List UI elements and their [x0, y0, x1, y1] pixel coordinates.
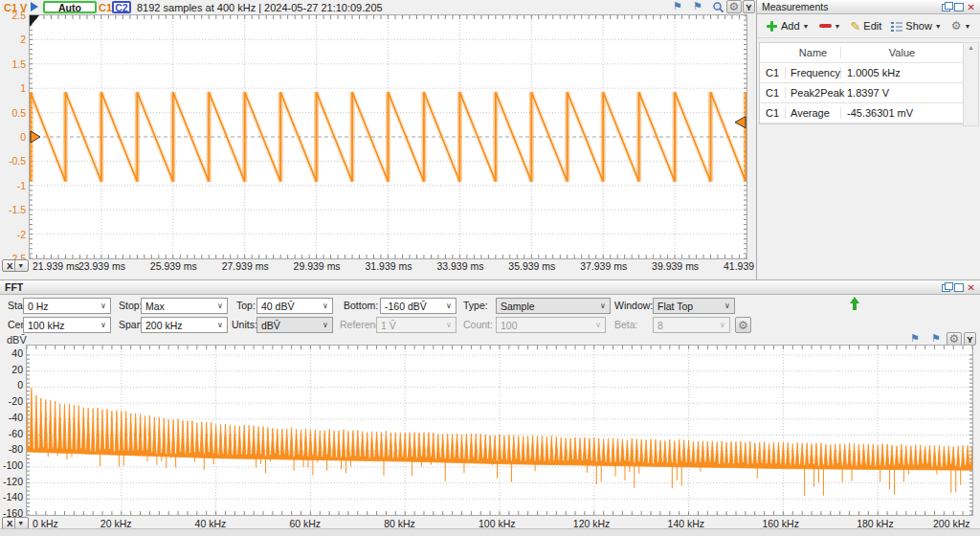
dropdown-caret-icon: ▼ — [935, 23, 942, 30]
measurements-header-row: NameValue — [760, 43, 963, 63]
measurement-row[interactable]: C1Average-45.36301 mV — [760, 103, 963, 123]
dropdown-value: Flat Top — [654, 301, 721, 312]
trigger-level-marker[interactable] — [31, 131, 40, 143]
pencil-icon: ✎ — [850, 21, 860, 32]
fft-y-tick-label: 20 — [0, 364, 23, 375]
chevron-down-icon: ∨ — [97, 302, 110, 310]
fft-y-tick-label: -100 — [0, 459, 23, 471]
channel2-toggle[interactable]: C2 — [112, 1, 131, 13]
fft-controls-row: Center:100 kHz∨Span:200 kHz∨Units:dBV̄∨R… — [0, 317, 980, 333]
fft-type-dropdown[interactable]: Sample∨ — [496, 298, 611, 314]
edit-measurement-button[interactable]: ✎Edit — [848, 18, 883, 34]
measurements-panel: Measurements ✕ Add▼ ▼ ✎Edit Show▼ ⚙▼ Nam… — [756, 0, 980, 279]
fft-y-tick-label: 40 — [0, 347, 23, 359]
scope-x-tick-label: 21.939 ms — [33, 260, 79, 272]
fft-top-dropdown[interactable]: 40 dBV̄∨ — [256, 298, 333, 314]
maximize-window-icon[interactable] — [954, 283, 964, 292]
collapse-arrow-icon[interactable] — [31, 2, 38, 11]
dropdown-caret-icon: ▼ — [835, 23, 841, 30]
fft-settings-gear-button[interactable]: ⚙ — [947, 332, 962, 346]
scope-x-tick-label: 35.939 ms — [508, 260, 555, 272]
dropdown-value: dBV̄ — [257, 320, 319, 331]
measurement-row[interactable]: C1Frequency1.0005 kHz — [760, 63, 963, 83]
fft-units-dropdown[interactable]: dBV̄∨ — [256, 317, 333, 333]
cursor-flag-icon[interactable]: ⚑ — [673, 1, 682, 11]
zoom-magnifier-icon[interactable] — [712, 1, 724, 13]
gear-icon: ⚙ — [951, 20, 962, 32]
dropdown-value: Sample — [497, 301, 596, 312]
scope-y-axis-button[interactable]: Y — [743, 0, 755, 13]
dropdown-value: -160 dBV̄ — [381, 301, 442, 312]
measurements-titlebar: Measurements ✕ — [757, 0, 980, 14]
fft-bottom-dropdown[interactable]: -160 dBV̄∨ — [380, 298, 457, 314]
fft-center-dropdown[interactable]: 100 kHz∨ — [23, 317, 111, 333]
chevron-down-icon: ∨ — [97, 321, 110, 329]
col-name-header[interactable]: Name — [786, 47, 841, 58]
close-window-icon[interactable]: ✕ — [968, 3, 975, 11]
close-window-icon[interactable]: ✕ — [968, 283, 975, 292]
measurement-value: 1.8397 V — [841, 87, 963, 99]
fft-plot[interactable] — [26, 345, 973, 516]
scope-plot[interactable] — [29, 14, 747, 259]
dropdown-value: 100 — [497, 320, 591, 331]
fft-window-dropdown[interactable]: Flat Top∨ — [653, 298, 735, 314]
scope-y-tick-label: -1.5 — [1, 204, 26, 215]
fft-y-axis-unit-label: dBV̄ — [7, 334, 27, 346]
fft-stop-dropdown[interactable]: Max∨ — [141, 298, 228, 314]
green-up-arrow-icon[interactable] — [849, 297, 860, 311]
dropdown-value: 0 Hz — [24, 301, 97, 312]
scope-x-tick-label: 23.939 ms — [78, 260, 125, 272]
scope-section: C1 V Auto C1 C2 8192 samples at 400 kHz … — [0, 0, 756, 279]
scope-y-tick-label: -2 — [1, 229, 26, 240]
measurements-scrollbar[interactable]: ▴ — [963, 42, 979, 126]
measurement-name: Average — [786, 107, 841, 119]
scope-x-tick-label: 33.939 ms — [436, 260, 483, 272]
dropdown-caret-icon: ▼ — [803, 23, 810, 30]
scope-y-tick-label: -1 — [1, 180, 26, 191]
remove-measurement-button[interactable]: ▼ — [817, 21, 843, 32]
scope-x-axis-button[interactable]: X▼ — [2, 259, 29, 272]
measurement-row[interactable]: C1Peak2Peak1.8397 V — [760, 83, 963, 103]
scope-y-tick-label: 0 — [1, 131, 26, 143]
fft-y-tick-label: 0 — [0, 379, 23, 391]
add-measurement-button[interactable]: Add▼ — [765, 18, 812, 34]
fft-y-tick-label: -120 — [0, 476, 23, 487]
fft-start-dropdown[interactable]: 0 Hz∨ — [23, 298, 111, 314]
fft-control-label: Bottom: — [344, 300, 378, 311]
measurement-name: Frequency — [786, 67, 841, 78]
cursor-flag-icon[interactable]: ⚑ — [910, 333, 920, 344]
col-value-header[interactable]: Value — [841, 47, 963, 58]
scope-y-tick-label: -0.5 — [1, 155, 26, 167]
run-mode-button[interactable]: Auto — [43, 1, 97, 13]
fft-y-tick-label: -20 — [0, 395, 23, 407]
float-window-icon[interactable] — [942, 284, 950, 292]
measurements-toolbar: Add▼ ▼ ✎Edit Show▼ ⚙▼ — [757, 14, 980, 38]
maximize-window-icon[interactable] — [954, 3, 964, 11]
chevron-down-icon: ∨ — [319, 302, 332, 310]
measurement-channel: C1 — [760, 67, 786, 78]
scope-x-tick-label: 31.939 ms — [366, 260, 412, 272]
fft-controls: Start:0 Hz∨Stop:Max∨Top:40 dBV̄∨Bottom:-… — [0, 295, 980, 333]
show-menu-button[interactable]: Show▼ — [889, 18, 943, 34]
scope-y-tick-label: 2 — [1, 34, 26, 45]
measurement-value: -45.36301 mV — [841, 107, 963, 119]
fft-count-dropdown: 100∨ — [496, 317, 606, 333]
channel1-toggle[interactable]: C1 — [99, 2, 112, 13]
fft-control-label: Beta: — [614, 319, 638, 330]
cursor-flag2-icon[interactable]: ⚑ — [693, 1, 702, 11]
fft-reference-dropdown: 1 V̄∨ — [376, 317, 457, 333]
dropdown-value: 100 kHz — [24, 320, 97, 331]
fft-control-label: Count: — [463, 319, 493, 330]
channel-offset-marker[interactable] — [735, 117, 746, 128]
dropdown-value: 200 kHz — [142, 320, 213, 331]
fft-window-settings-button[interactable]: ⚙ — [735, 317, 751, 333]
cursor-flag2-icon[interactable]: ⚑ — [931, 333, 941, 344]
fft-control-label: Stop: — [119, 300, 143, 311]
measurements-settings-button[interactable]: ⚙▼ — [949, 18, 973, 34]
measurement-channel: C1 — [760, 107, 786, 119]
fft-y-axis-button[interactable]: Y — [964, 332, 976, 346]
fft-span-dropdown[interactable]: 200 kHz∨ — [141, 317, 228, 333]
float-window-icon[interactable] — [942, 4, 950, 11]
dropdown-value: Max — [142, 301, 213, 312]
scope-settings-gear-button[interactable]: ⚙ — [726, 0, 742, 13]
